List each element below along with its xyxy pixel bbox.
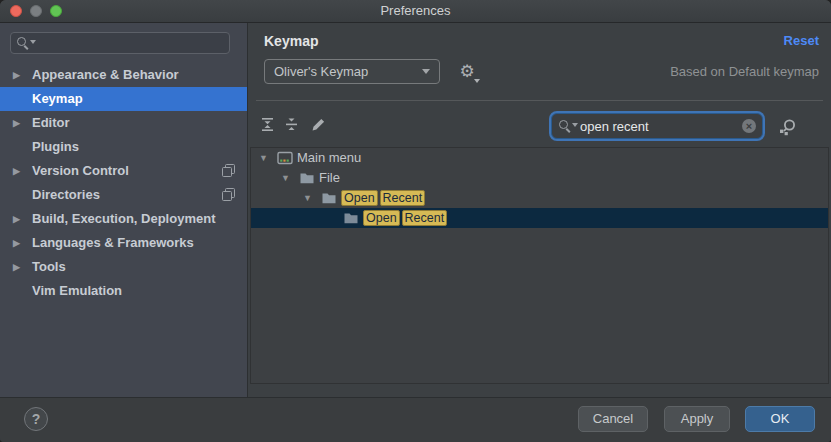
search-options-chevron-icon (30, 40, 36, 44)
sidebar-item-tools[interactable]: ▶ Tools (0, 255, 247, 279)
tree-row-open-recent-selected[interactable]: OpenRecent (251, 208, 828, 228)
expand-all-icon[interactable] (260, 117, 278, 135)
sidebar-item-label: Version Control (32, 159, 129, 183)
sidebar-item-label: Build, Execution, Deployment (32, 207, 215, 231)
settings-search-input[interactable] (10, 32, 230, 54)
clear-search-icon[interactable]: × (742, 119, 756, 133)
collapse-all-icon[interactable] (284, 117, 302, 135)
sidebar-item-appearance-behavior[interactable]: ▶ Appearance & Behavior (0, 63, 247, 87)
titlebar: Preferences (0, 0, 831, 23)
sidebar-nav: ▶ Appearance & Behavior Keymap ▶ Editor … (0, 63, 247, 303)
header-separator (256, 100, 823, 101)
tree-row-open-recent[interactable]: ▼ OpenRecent (251, 188, 828, 208)
project-settings-badge-icon (222, 188, 235, 201)
sidebar-item-label: Plugins (32, 135, 79, 159)
tree-node-label: Main menu (297, 148, 361, 168)
keymap-search-input[interactable]: open recent × (551, 113, 763, 139)
sidebar-item-version-control[interactable]: ▶ Version Control (0, 159, 247, 183)
tree-node-label: OpenRecent (341, 188, 427, 208)
settings-sidebar: ▶ Appearance & Behavior Keymap ▶ Editor … (0, 23, 247, 397)
sidebar-item-label: Tools (32, 255, 66, 279)
tree-node-label: OpenRecent (363, 208, 449, 228)
search-value: open recent (580, 119, 742, 134)
search-icon (16, 36, 30, 50)
chevron-down-icon[interactable]: ▼ (303, 188, 312, 208)
search-icon (558, 119, 572, 133)
sidebar-item-languages-frameworks[interactable]: ▶ Languages & Frameworks (0, 231, 247, 255)
sidebar-item-label: Keymap (32, 87, 83, 111)
keymap-actions-button[interactable]: ⚙ (454, 59, 480, 84)
keymap-panel: Keymap Reset Oliver's Keymap ⚙ Based on … (248, 23, 831, 397)
sidebar-item-label: Vim Emulation (32, 279, 122, 303)
search-match-highlight: Recent (402, 210, 448, 226)
reset-link[interactable]: Reset (784, 33, 819, 48)
chevron-right-icon: ▶ (13, 159, 20, 183)
chevron-right-icon: ▶ (13, 255, 20, 279)
tree-row-main-menu[interactable]: ▼ Main menu (251, 148, 828, 168)
cancel-button[interactable]: Cancel (578, 406, 648, 432)
preferences-window: Preferences ▶ Appearance & Behavior Keym… (0, 0, 831, 442)
chevron-down-icon (422, 69, 430, 74)
folder-icon (343, 210, 359, 226)
folder-icon (321, 190, 337, 206)
chevron-down-icon[interactable]: ▼ (281, 168, 290, 188)
sidebar-item-label: Directories (32, 183, 100, 207)
sidebar-item-keymap[interactable]: Keymap (0, 87, 247, 111)
tree-row-file[interactable]: ▼ File (251, 168, 828, 188)
folder-icon (299, 170, 315, 186)
page-title: Keymap (264, 33, 318, 49)
search-options-chevron-icon (572, 123, 578, 127)
sidebar-item-editor[interactable]: ▶ Editor (0, 111, 247, 135)
keymap-tree: ▼ Main menu ▼ File ▼ OpenRecent (250, 147, 829, 384)
search-match-highlight: Recent (380, 190, 426, 206)
main-menu-icon (277, 150, 293, 166)
dialog-footer: ? Cancel Apply OK (0, 397, 831, 442)
keymap-dropdown-value: Oliver's Keymap (274, 64, 368, 79)
sidebar-item-label: Languages & Frameworks (32, 231, 194, 255)
tree-node-label: File (319, 168, 340, 188)
help-button[interactable]: ? (24, 407, 48, 431)
search-match-highlight: Open (341, 190, 378, 206)
chevron-right-icon: ▶ (13, 207, 20, 231)
sidebar-item-directories[interactable]: Directories (0, 183, 247, 207)
window-title: Preferences (0, 3, 831, 18)
search-match-highlight: Open (363, 210, 400, 226)
based-on-label: Based on Default keymap (670, 64, 819, 79)
find-actions-by-shortcut-icon[interactable] (777, 117, 797, 137)
sidebar-item-label: Editor (32, 111, 70, 135)
sidebar-item-vim-emulation[interactable]: Vim Emulation (0, 279, 247, 303)
project-settings-badge-icon (222, 164, 235, 177)
sidebar-item-build-execution-deployment[interactable]: ▶ Build, Execution, Deployment (0, 207, 247, 231)
chevron-down-icon (474, 79, 480, 83)
sidebar-item-plugins[interactable]: Plugins (0, 135, 247, 159)
chevron-down-icon[interactable]: ▼ (259, 148, 268, 168)
edit-pencil-icon[interactable] (310, 117, 328, 135)
tree-toolbar: open recent × (248, 109, 831, 145)
chevron-right-icon: ▶ (13, 111, 20, 135)
chevron-right-icon: ▶ (13, 231, 20, 255)
sidebar-item-label: Appearance & Behavior (32, 63, 179, 87)
chevron-right-icon: ▶ (13, 63, 20, 87)
ok-button[interactable]: OK (745, 406, 815, 432)
keymap-dropdown[interactable]: Oliver's Keymap (264, 59, 440, 84)
apply-button[interactable]: Apply (664, 406, 730, 432)
